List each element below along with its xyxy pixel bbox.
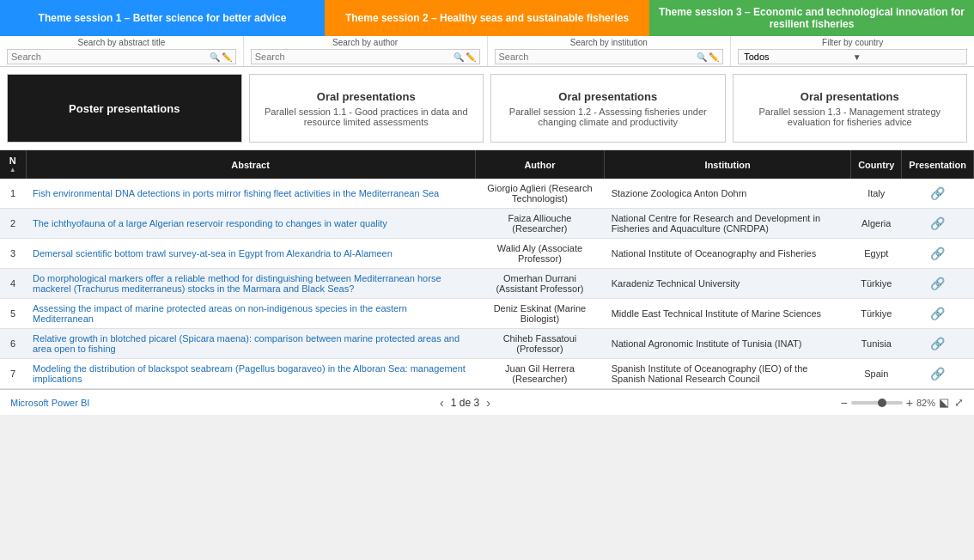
cell-author: Juan Gil Herrera (Researcher) xyxy=(475,359,605,389)
abstracts-table: N ▲ Abstract Author Institution Country … xyxy=(0,150,974,389)
cell-num: 4 xyxy=(0,269,26,299)
cell-num: 7 xyxy=(0,359,26,389)
presentation-link-icon[interactable]: 🔗 xyxy=(930,307,945,320)
banner-theme2[interactable]: Theme session 2 – Healthy seas and susta… xyxy=(325,0,649,36)
presentation-link-icon[interactable]: 🔗 xyxy=(930,247,945,260)
search-institution-input[interactable] xyxy=(499,52,696,62)
cell-author: Omerhan Durrani (Assistant Professor) xyxy=(475,269,605,299)
cell-country: Tunisia xyxy=(851,329,902,359)
search-institution-wrapper: 🔍 ✏️ xyxy=(495,49,724,64)
presentation-link-icon[interactable]: 🔗 xyxy=(930,337,945,350)
poster-card-title: Poster presentations xyxy=(69,102,180,115)
powerbi-link[interactable]: Microsoft Power BI xyxy=(10,398,89,408)
search-institution-icon[interactable]: 🔍 xyxy=(697,52,707,62)
search-title-icon[interactable]: 🔍 xyxy=(210,52,220,62)
card-poster[interactable]: Poster presentations xyxy=(7,74,242,143)
cell-presentation[interactable]: 🔗 xyxy=(902,209,974,239)
search-title-input[interactable] xyxy=(11,52,208,62)
cell-country: Türkiye xyxy=(851,269,902,299)
cell-num: 5 xyxy=(0,299,26,329)
table-row: 1Fish environmental DNA detections in po… xyxy=(0,179,974,209)
col-header-presentation[interactable]: Presentation xyxy=(902,150,974,179)
cell-country: Spain xyxy=(851,359,902,389)
cell-abstract[interactable]: Fish environmental DNA detections in por… xyxy=(26,179,475,209)
table-row: 4Do morphological markers offer a reliab… xyxy=(0,269,974,299)
oral-3-title: Oral presentations xyxy=(801,90,899,103)
cell-country: Italy xyxy=(851,179,902,209)
zoom-slider[interactable] xyxy=(851,401,903,405)
filter-country-select[interactable]: Todos ▼ xyxy=(738,49,967,64)
table-header-row: N ▲ Abstract Author Institution Country … xyxy=(0,150,974,179)
card-oral-2[interactable]: Oral presentations Parallel session 1.2 … xyxy=(490,74,726,143)
zoom-value: 82% xyxy=(916,398,935,408)
cell-abstract[interactable]: The ichthyofauna of a large Algerian res… xyxy=(26,209,475,239)
table-row: 7Modeling the distribution of blackspot … xyxy=(0,359,974,389)
oral-3-subtitle: Parallel session 1.3 - Management strate… xyxy=(742,107,959,127)
presentation-link-icon[interactable]: 🔗 xyxy=(930,186,945,200)
cell-abstract[interactable]: Assessing the impact of marine protected… xyxy=(26,299,475,329)
col-header-author[interactable]: Author xyxy=(475,150,605,179)
clear-institution-icon[interactable]: ✏️ xyxy=(709,52,719,62)
search-author-input[interactable] xyxy=(255,52,452,62)
fullscreen-icon[interactable]: ⤢ xyxy=(954,396,964,409)
cell-author: Walid Aly (Associate Professor) xyxy=(475,239,605,269)
banner-theme3[interactable]: Theme session 3 – Economic and technolog… xyxy=(649,0,974,36)
cell-presentation[interactable]: 🔗 xyxy=(902,299,974,329)
filter-label-country: Filter by country xyxy=(822,38,883,47)
clear-author-icon[interactable]: ✏️ xyxy=(466,52,476,62)
cell-num: 6 xyxy=(0,329,26,359)
col-header-abstract[interactable]: Abstract xyxy=(26,150,475,179)
cell-abstract[interactable]: Do morphological markers offer a reliabl… xyxy=(26,269,475,299)
table-row: 3Demersal scientific bottom trawl survey… xyxy=(0,239,974,269)
cell-abstract[interactable]: Demersal scientific bottom trawl survey-… xyxy=(26,239,475,269)
col-header-country[interactable]: Country xyxy=(851,150,902,179)
expand-icons: ⬕ ⤢ xyxy=(939,396,964,409)
clear-title-icon[interactable]: ✏️ xyxy=(222,52,232,62)
pagination: ‹ 1 de 3 › xyxy=(440,396,490,410)
cell-institution: National Centre for Research and Develop… xyxy=(605,209,851,239)
oral-1-title: Oral presentations xyxy=(317,90,416,103)
cell-presentation[interactable]: 🔗 xyxy=(902,179,974,209)
cell-author: Faiza Alliouche (Researcher) xyxy=(475,209,605,239)
cell-institution: Middle East Technical Institute of Marin… xyxy=(605,299,851,329)
oral-1-subtitle: Parallel session 1.1 - Good practices in… xyxy=(259,107,475,127)
prev-page-button[interactable]: ‹ xyxy=(440,396,444,410)
table-row: 2The ichthyofauna of a large Algerian re… xyxy=(0,209,974,239)
search-section-institution: Search by institution 🔍 ✏️ xyxy=(488,36,732,66)
zoom-in-button[interactable]: + xyxy=(906,396,913,410)
share-icon[interactable]: ⬕ xyxy=(939,396,949,409)
cell-abstract[interactable]: Relative growth in blotched picarel (Spi… xyxy=(26,329,475,359)
banner-theme1[interactable]: Theme session 1 – Better science for bet… xyxy=(0,0,325,36)
table-row: 6Relative growth in blotched picarel (Sp… xyxy=(0,329,974,359)
search-author-icon[interactable]: 🔍 xyxy=(454,52,464,62)
zoom-out-button[interactable]: − xyxy=(841,396,848,410)
cell-country: Algeria xyxy=(851,209,902,239)
search-title-wrapper: 🔍 ✏️ xyxy=(7,49,236,64)
card-oral-1[interactable]: Oral presentations Parallel session 1.1 … xyxy=(249,74,484,143)
search-label-author: Search by author xyxy=(332,38,398,47)
card-oral-3[interactable]: Oral presentations Parallel session 1.3 … xyxy=(733,74,968,143)
cell-abstract[interactable]: Modeling the distribution of blackspot s… xyxy=(26,359,475,389)
filter-section-country: Filter by country Todos ▼ xyxy=(731,36,974,66)
next-page-button[interactable]: › xyxy=(486,396,490,410)
col-header-institution[interactable]: Institution xyxy=(605,150,851,179)
presentation-link-icon[interactable]: 🔗 xyxy=(930,277,945,290)
presentation-link-icon[interactable]: 🔗 xyxy=(930,216,945,230)
search-author-wrapper: 🔍 ✏️ xyxy=(251,49,480,64)
search-label-institution: Search by institution xyxy=(570,38,648,47)
presentation-link-icon[interactable]: 🔗 xyxy=(930,367,945,380)
zoom-thumb xyxy=(878,399,886,407)
chevron-down-icon: ▼ xyxy=(853,52,961,62)
cell-presentation[interactable]: 🔗 xyxy=(902,269,974,299)
filter-country-value: Todos xyxy=(744,52,852,62)
search-section-title: Search by abstract title 🔍 ✏️ xyxy=(0,36,244,66)
cell-country: Egypt xyxy=(851,239,902,269)
cell-presentation[interactable]: 🔗 xyxy=(902,359,974,389)
col-header-n[interactable]: N ▲ xyxy=(0,150,26,179)
cell-num: 3 xyxy=(0,239,26,269)
page-info: 1 de 3 xyxy=(451,397,479,409)
cell-presentation[interactable]: 🔗 xyxy=(902,239,974,269)
search-bar: Search by abstract title 🔍 ✏️ Search by … xyxy=(0,36,974,67)
cell-presentation[interactable]: 🔗 xyxy=(902,329,974,359)
cell-institution: Stazione Zoologica Anton Dohrn xyxy=(605,179,851,209)
